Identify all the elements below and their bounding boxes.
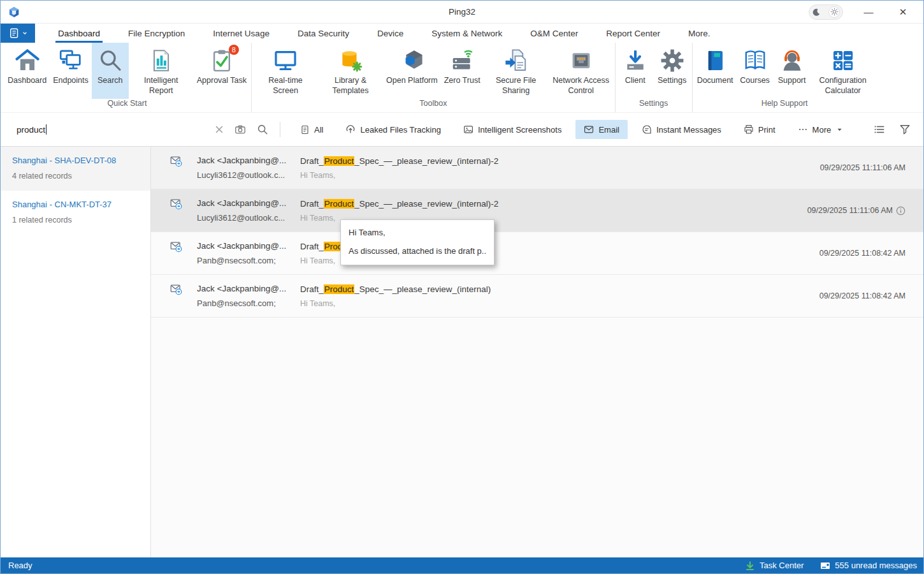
statusbar: Ready Task Center 555 unread messages: [1, 557, 923, 573]
filter-funnel-icon[interactable]: [899, 124, 911, 135]
main-menu-button[interactable]: [1, 24, 35, 43]
filter-intelligent-screenshots[interactable]: Intelligent Screenshots: [455, 120, 570, 139]
ribbon-item-intelligent-report[interactable]: Intelligent Report: [129, 43, 194, 99]
email-timestamp: 09/29/2025 11:08:42 AM: [786, 249, 923, 258]
device-group-item[interactable]: Shanghai - SHA-DEV-DT-08 4 related recor…: [1, 147, 150, 191]
ribbon-item-open-platform[interactable]: Open Platform: [383, 43, 441, 99]
ribbon-item-real-time-screen[interactable]: Real-time Screen: [253, 43, 318, 99]
ribbon-item-label: Real-time Screen: [256, 76, 315, 96]
moon-icon[interactable]: [812, 8, 821, 17]
filter-all[interactable]: All: [292, 121, 331, 139]
info-icon: [894, 206, 906, 216]
ribbon-item-library-templates[interactable]: Library & Templates: [318, 43, 383, 99]
ribbon-item-label: Library & Templates: [321, 76, 380, 96]
ribbon-item-label: Approval Task: [197, 76, 247, 86]
theme-toggle[interactable]: [809, 4, 843, 20]
device-group-count: 4 related records: [12, 172, 139, 180]
email-row[interactable]: Jack <Jackpanbing@... Lucyli3612@outlook…: [151, 147, 923, 189]
ribbon-item-secure-file-sharing[interactable]: Secure File Sharing: [484, 43, 549, 99]
ribbon-item-settings[interactable]: Settings: [654, 43, 691, 99]
ribbon-item-support[interactable]: Support: [774, 43, 811, 99]
realtime-screen-icon: [273, 48, 298, 73]
notification-badge: 8: [229, 45, 239, 55]
email-sender: Jack <Jackpanbing@...: [197, 241, 300, 251]
minimize-button[interactable]: —: [860, 4, 877, 20]
camera-icon[interactable]: [235, 124, 246, 135]
task-center-label: Task Center: [760, 561, 804, 570]
filter-leaked-files-tracking[interactable]: Leaked Files Tracking: [337, 120, 449, 139]
sun-icon[interactable]: [828, 6, 840, 18]
home-icon: [15, 48, 40, 73]
tab-data-security[interactable]: Data Security: [284, 24, 363, 43]
ribbon-item-dashboard[interactable]: Dashboard: [4, 43, 50, 99]
ribbon-group-quick-start: Dashboard Endpoints Search Intelligent R…: [3, 43, 252, 112]
calculator-icon: [831, 48, 855, 73]
email-icon: [584, 124, 594, 135]
caret-down-icon: [837, 127, 842, 133]
app-window: Ping32 — ✕ DashboardFile EncryptionI: [0, 0, 924, 574]
search-input[interactable]: product: [17, 124, 268, 135]
filter-instant-messages[interactable]: Instant Messages: [633, 120, 730, 139]
email-preview-tooltip: Hi Teams, As discussed, attached is the …: [340, 219, 494, 265]
document-lines-icon: [300, 125, 310, 135]
ribbon-group-settings: Client SettingsSettings: [616, 43, 693, 112]
tab-system-network[interactable]: System & Network: [417, 24, 516, 43]
tab-report-center[interactable]: Report Center: [592, 24, 674, 43]
ribbon-item-zero-trust[interactable]: Zero Trust: [441, 43, 484, 99]
ribbon-item-label: Network Access Control: [552, 76, 610, 96]
ribbon-item-search[interactable]: Search: [92, 43, 129, 99]
tab-more[interactable]: More.: [674, 24, 725, 43]
clear-search-icon[interactable]: [215, 125, 224, 134]
email-sender: Jack <Jackpanbing@...: [197, 284, 300, 293]
tab-dashboard[interactable]: Dashboard: [44, 24, 114, 43]
download-icon: [745, 561, 755, 571]
ribbon-item-label: Endpoints: [53, 76, 89, 86]
ribbon-item-document[interactable]: Document: [694, 43, 737, 99]
ribbon-group-label: Toolbox: [253, 99, 614, 112]
device-group-item[interactable]: Shanghai - CN-MKT-DT-37 1 related record…: [1, 191, 150, 235]
more-dots-icon: [798, 124, 808, 135]
ribbon-item-courses[interactable]: Courses: [737, 43, 774, 99]
ribbon-item-label: Open Platform: [386, 76, 438, 86]
email-recipient: Panb@nsecsoft.com;: [197, 298, 300, 308]
client-icon: [623, 48, 647, 73]
filter-email[interactable]: Email: [575, 120, 628, 139]
list-view-icon[interactable]: [874, 124, 885, 135]
email-row[interactable]: Jack <Jackpanbing@... Lucyli3612@outlook…: [151, 189, 923, 232]
support-icon: [780, 48, 804, 73]
close-button[interactable]: ✕: [894, 4, 912, 20]
filter-print[interactable]: Print: [735, 120, 784, 139]
tab-device[interactable]: Device: [363, 24, 417, 43]
ribbon-item-configuration-calculator[interactable]: Configuration Calculator: [811, 43, 876, 99]
email-row[interactable]: Jack <Jackpanbing@... Panb@nsecsoft.com;…: [151, 232, 923, 275]
ribbon-item-label: Intelligent Report: [132, 76, 191, 96]
ribbon-item-client[interactable]: Client: [617, 43, 654, 99]
search-highlight: Product: [324, 156, 355, 166]
unread-messages-button[interactable]: 555 unread messages: [820, 561, 917, 571]
tab-o-m-center[interactable]: O&M Center: [516, 24, 592, 43]
ribbon-group-label: Help Support: [694, 99, 876, 112]
filter-more[interactable]: More: [790, 120, 851, 139]
task-center-button[interactable]: Task Center: [745, 561, 804, 571]
tab-file-encryption[interactable]: File Encryption: [114, 24, 199, 43]
email-row[interactable]: Jack <Jackpanbing@... Panb@nsecsoft.com;…: [151, 275, 923, 318]
ribbon-item-label: Dashboard: [8, 76, 47, 86]
email-preview: Hi Teams,: [300, 299, 786, 308]
app-title: Ping32: [1, 7, 923, 17]
titlebar: Ping32 — ✕: [1, 1, 923, 24]
email-sender: Jack <Jackpanbing@...: [197, 198, 300, 208]
filter-label: Leaked Files Tracking: [360, 125, 440, 135]
ribbon-item-approval-task[interactable]: 8 Approval Task: [194, 43, 250, 99]
ribbon-item-network-access-control[interactable]: Network Access Control: [549, 43, 614, 99]
unread-messages-label: 555 unread messages: [835, 561, 917, 570]
tab-internet-usage[interactable]: Internet Usage: [199, 24, 284, 43]
email-result-list: Jack <Jackpanbing@... Lucyli3612@outlook…: [151, 147, 923, 557]
search-icon[interactable]: [257, 124, 268, 135]
tooltip-line: Hi Teams,: [349, 228, 486, 237]
ribbon-item-endpoints[interactable]: Endpoints: [50, 43, 92, 99]
email-sent-icon: [170, 283, 182, 295]
document-book-icon: [703, 48, 727, 73]
ribbon-item-label: Courses: [740, 76, 770, 86]
ribbon-group-toolbox: Real-time Screen Library & Templates Ope…: [252, 43, 616, 112]
ribbon-item-label: Support: [778, 76, 806, 86]
